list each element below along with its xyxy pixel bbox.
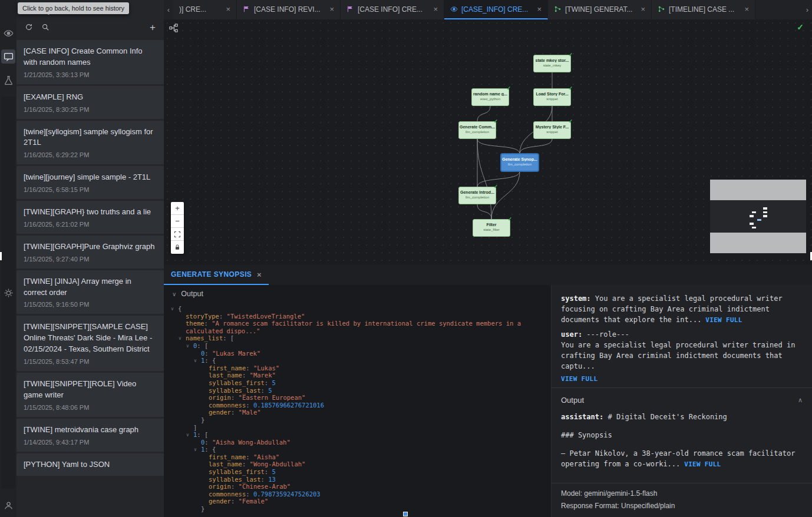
- prompt-timestamp: 1/15/2025, 8:48:06 PM: [24, 404, 157, 411]
- collapse-icon[interactable]: ∨: [172, 291, 176, 297]
- node-generate-comm[interactable]: Generate Comm...llm_completion✓: [458, 121, 496, 139]
- node-title: random name g...: [472, 92, 509, 96]
- close-icon[interactable]: ×: [257, 271, 262, 279]
- node-random-name-g[interactable]: random name g...exec_python✓: [471, 88, 509, 106]
- prompt-list-item[interactable]: [TWINE][SNIPPET][ROLE] Video game writer…: [16, 373, 164, 417]
- node-title: Generate Introd...: [459, 190, 496, 194]
- message-system: system: You are a specialist legal proce…: [561, 293, 803, 326]
- close-icon[interactable]: ×: [744, 5, 749, 13]
- json-line: syllables_first: 5: [164, 379, 551, 387]
- zoom-out-button[interactable]: −: [171, 215, 184, 228]
- prompt-list-item[interactable]: [twine][syllogism] sample syllogism for …: [16, 121, 164, 165]
- prompt-list-item[interactable]: [CASE INFO] Create Common Info with rand…: [16, 40, 164, 84]
- json-line: first_name: "Aisha": [164, 453, 551, 461]
- messages-pane: system: You are a specialist legal proce…: [552, 285, 812, 517]
- prompt-title: [CASE INFO] Create Common Info with rand…: [24, 46, 157, 68]
- prompt-list-item[interactable]: [twine][journey] simple sample - 2T1L1/1…: [16, 166, 164, 199]
- json-output-viewer[interactable]: ∨{storyType: "TwistedLoveTriangle"theme:…: [164, 303, 551, 517]
- output-text: ### Synopsis: [561, 431, 612, 439]
- node-title: Generate Synop...: [501, 157, 538, 161]
- json-line: commonness: 0.18576966276721016: [164, 402, 551, 409]
- tab-timeline-case[interactable]: [TIMELINE] CASE ...×: [652, 0, 755, 19]
- tab-scroll-left-icon[interactable]: ‹: [164, 0, 173, 19]
- tab-cre[interactable]: )] CRE...×: [173, 0, 237, 19]
- minimap[interactable]: [710, 180, 806, 253]
- prompt-list-item[interactable]: [TWINE][GRAPH} two truths and a lie1/16/…: [16, 201, 164, 234]
- lock-button[interactable]: [171, 241, 184, 254]
- prompt-list-item[interactable]: [PYTHON] Yaml to JSON: [16, 453, 164, 476]
- output-section-header[interactable]: ∨ Output: [164, 285, 551, 303]
- selection-handle-bottom[interactable]: [403, 512, 408, 516]
- bottom-tab-generate-synopsis[interactable]: GENERATE SYNOPSIS ×: [164, 265, 269, 285]
- tab-scroll-right-icon[interactable]: ›: [803, 0, 812, 19]
- minimap-node: [757, 219, 761, 221]
- tab-case-info-cre[interactable]: [CASE_INFO] CRE...×: [444, 0, 548, 19]
- rail-account-icon[interactable]: [1, 498, 15, 512]
- fit-view-button[interactable]: [171, 228, 184, 241]
- bottom-tab-bar: GENERATE SYNOPSIS ×: [164, 265, 812, 285]
- prompt-list-item[interactable]: [TWINE][GRAPH]Pure Graphviz graph1/15/20…: [16, 236, 164, 269]
- main-column: ‹ )] CRE...×[CASE INFO] REVI...×[CASE IN…: [164, 0, 812, 517]
- prompt-timestamp: 1/15/2025, 9:27:40 PM: [24, 256, 157, 263]
- prompt-timestamp: 1/14/2025, 9:43:17 PM: [24, 439, 157, 446]
- rail-eye-icon[interactable]: [1, 26, 15, 40]
- message-text: You are a specialist legal procedural wr…: [561, 294, 787, 324]
- json-line: storyType: "TwistedLoveTriangle": [164, 313, 551, 320]
- prompt-timestamp: 1/15/2025, 8:53:47 PM: [24, 358, 157, 365]
- node-state-mkey-stor[interactable]: state mkey stor...state_mkey✓: [533, 55, 571, 72]
- flow-canvas[interactable]: ✓ state mkey stor...state_mkey✓random na…: [164, 19, 812, 265]
- message-role: user:: [561, 330, 586, 339]
- search-icon[interactable]: [41, 23, 49, 31]
- edge: [477, 171, 520, 187]
- node-title: Generate Comm...: [459, 125, 496, 129]
- close-icon[interactable]: ×: [433, 5, 438, 13]
- node-filter[interactable]: Filterstate_filter✓: [473, 219, 510, 237]
- collapse-output-icon[interactable]: ∧: [798, 396, 803, 404]
- prompt-title: [EXAMPLE] RNG: [24, 92, 157, 103]
- message-role: assistant:: [561, 413, 608, 421]
- json-line: ]: [164, 424, 551, 432]
- edge: [477, 139, 520, 154]
- refresh-icon[interactable]: [25, 23, 33, 31]
- view-full-link[interactable]: VIEW FULL: [561, 375, 803, 383]
- view-full-link[interactable]: VIEW FULL: [680, 460, 721, 468]
- close-icon[interactable]: ×: [226, 5, 230, 13]
- node-subtitle: exec_python: [472, 97, 509, 101]
- tab-label: [CASE INFO] REVI...: [254, 5, 321, 14]
- output-json-pane: ∨ Output ∨{storyType: "TwistedLoveTriang…: [164, 285, 552, 517]
- assistant-line: assistant: # Digital Deceit's Reckoning: [561, 412, 803, 422]
- rail-settings-icon[interactable]: [1, 97, 15, 489]
- tab-case-info-revi[interactable]: [CASE INFO] REVI...×: [237, 0, 341, 19]
- selection-handle-left[interactable]: [0, 252, 2, 260]
- tab-label: [CASE_INFO] CRE...: [461, 5, 528, 14]
- rail-flask-icon[interactable]: [1, 73, 15, 87]
- minimap-node: [752, 211, 756, 214]
- close-icon[interactable]: ×: [641, 5, 645, 13]
- prompt-list-item[interactable]: [TWINE][SNIPPET][SAMPLE CASE] Online Thr…: [16, 316, 164, 371]
- add-prompt-button[interactable]: +: [150, 22, 156, 32]
- prompt-list-item[interactable]: [EXAMPLE] RNG1/16/2025, 8:30:25 PM: [16, 86, 164, 119]
- node-mystery-style-f[interactable]: Mystery Style F...snippet✓: [533, 121, 571, 139]
- tab-bar: ‹ )] CRE...×[CASE INFO] REVI...×[CASE IN…: [164, 0, 812, 19]
- messages-list: system: You are a specialist legal proce…: [552, 285, 812, 384]
- node-generate-introd[interactable]: Generate Introd...llm_completion✓: [458, 187, 496, 204]
- node-generate-synop[interactable]: Generate Synop...llm_completion: [501, 154, 539, 171]
- minimap-node: [763, 207, 767, 210]
- prompt-title: [TWINE][GRAPH]Pure Graphviz graph: [24, 241, 157, 253]
- response-format-label: Response Format: Unspecified/plain: [561, 500, 803, 512]
- rail-prompts-icon[interactable]: [1, 49, 15, 64]
- json-line: }: [164, 505, 551, 513]
- view-full-link[interactable]: VIEW FULL: [701, 316, 742, 324]
- json-line: gender: "Male": [164, 409, 551, 416]
- close-icon[interactable]: ×: [329, 5, 334, 13]
- tab-case-info-cre[interactable]: [CASE INFO] CRE...×: [341, 0, 444, 19]
- zoom-in-button[interactable]: +: [171, 202, 184, 215]
- check-icon: ✓: [568, 85, 573, 91]
- right-output-header[interactable]: Output ∧: [552, 387, 812, 410]
- tab-twine-generat[interactable]: [TWINE] GENERAT...×: [548, 0, 652, 19]
- close-icon[interactable]: ×: [537, 5, 542, 13]
- node-load-story-for[interactable]: Load Story For...snippet✓: [533, 88, 571, 106]
- prompt-list-item[interactable]: [TWINE] [JINJA] Array merge in correct o…: [16, 270, 164, 314]
- prompt-list-item[interactable]: [TWINE] metroidvania case graph1/14/2025…: [16, 419, 164, 452]
- bottom-tab-label: GENERATE SYNOPSIS: [171, 270, 252, 279]
